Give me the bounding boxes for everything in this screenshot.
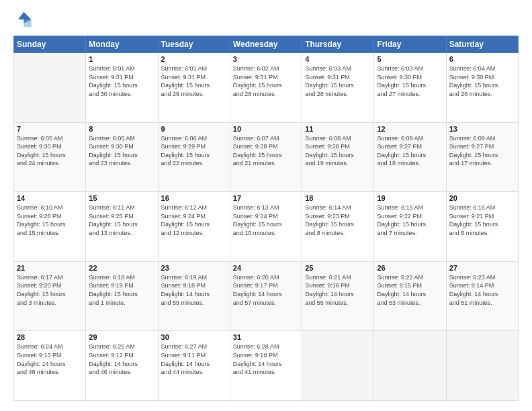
- calendar-cell: 6 Sunrise: 6:04 AMSunset: 9:30 PMDayligh…: [446, 53, 518, 123]
- calendar-cell: 1 Sunrise: 6:01 AMSunset: 9:31 PMDayligh…: [86, 53, 158, 123]
- cell-content: Sunrise: 6:22 AMSunset: 9:15 PMDaylight:…: [377, 273, 443, 307]
- cell-content: Sunrise: 6:01 AMSunset: 9:31 PMDaylight:…: [89, 64, 154, 98]
- day-number: 19: [377, 194, 443, 202]
- calendar-cell: [302, 331, 374, 401]
- calendar-cell: 17 Sunrise: 6:13 AMSunset: 9:24 PMDaylig…: [230, 192, 302, 262]
- day-number: 5: [377, 55, 443, 63]
- day-number: 28: [17, 333, 83, 341]
- day-number: 23: [161, 264, 227, 272]
- calendar-cell: 14 Sunrise: 6:10 AMSunset: 9:26 PMDaylig…: [14, 192, 86, 262]
- day-number: 10: [233, 125, 299, 133]
- weekday-header-friday: Friday: [374, 36, 446, 53]
- calendar-cell: [446, 331, 518, 401]
- calendar-cell: 30 Sunrise: 6:27 AMSunset: 9:11 PMDaylig…: [158, 331, 230, 401]
- day-number: 8: [89, 125, 154, 133]
- day-number: 7: [17, 125, 83, 133]
- day-number: 24: [233, 264, 299, 272]
- weekday-header-monday: Monday: [86, 36, 158, 53]
- cell-content: Sunrise: 6:05 AMSunset: 9:30 PMDaylight:…: [89, 134, 154, 168]
- cell-content: Sunrise: 6:20 AMSunset: 9:17 PMDaylight:…: [233, 273, 299, 307]
- day-number: 22: [89, 264, 154, 272]
- day-number: 6: [449, 55, 515, 63]
- weekday-header-sunday: Sunday: [14, 36, 86, 53]
- day-number: 26: [377, 264, 443, 272]
- calendar-body: 1 Sunrise: 6:01 AMSunset: 9:31 PMDayligh…: [14, 53, 519, 401]
- weekday-header-wednesday: Wednesday: [230, 36, 302, 53]
- day-number: 16: [161, 194, 227, 202]
- calendar-cell: 2 Sunrise: 6:01 AMSunset: 9:31 PMDayligh…: [158, 53, 230, 123]
- calendar-cell: 13 Sunrise: 6:09 AMSunset: 9:27 PMDaylig…: [446, 122, 518, 192]
- cell-content: Sunrise: 6:10 AMSunset: 9:26 PMDaylight:…: [17, 203, 83, 237]
- calendar-cell: 22 Sunrise: 6:18 AMSunset: 9:19 PMDaylig…: [86, 261, 158, 331]
- cell-content: Sunrise: 6:25 AMSunset: 9:12 PMDaylight:…: [89, 342, 154, 376]
- day-number: 4: [305, 55, 371, 63]
- weekday-header-row: SundayMondayTuesdayWednesdayThursdayFrid…: [14, 36, 519, 53]
- day-number: 14: [17, 194, 83, 202]
- cell-content: Sunrise: 6:04 AMSunset: 9:30 PMDaylight:…: [449, 64, 515, 98]
- cell-content: Sunrise: 6:15 AMSunset: 9:22 PMDaylight:…: [377, 203, 443, 237]
- day-number: 2: [161, 55, 227, 63]
- calendar-cell: [14, 53, 86, 123]
- cell-content: Sunrise: 6:19 AMSunset: 9:18 PMDaylight:…: [161, 273, 227, 307]
- week-row-0: 1 Sunrise: 6:01 AMSunset: 9:31 PMDayligh…: [14, 53, 519, 123]
- calendar-cell: 5 Sunrise: 6:03 AMSunset: 9:30 PMDayligh…: [374, 53, 446, 123]
- cell-content: Sunrise: 6:03 AMSunset: 9:31 PMDaylight:…: [305, 64, 371, 98]
- calendar-cell: 3 Sunrise: 6:02 AMSunset: 9:31 PMDayligh…: [230, 53, 302, 123]
- calendar-cell: 8 Sunrise: 6:05 AMSunset: 9:30 PMDayligh…: [86, 122, 158, 192]
- week-row-3: 21 Sunrise: 6:17 AMSunset: 9:20 PMDaylig…: [14, 261, 519, 331]
- calendar-cell: 25 Sunrise: 6:21 AMSunset: 9:16 PMDaylig…: [302, 261, 374, 331]
- svg-marker-1: [24, 19, 31, 27]
- calendar-cell: 28 Sunrise: 6:24 AMSunset: 9:13 PMDaylig…: [14, 331, 86, 401]
- cell-content: Sunrise: 6:01 AMSunset: 9:31 PMDaylight:…: [161, 64, 227, 98]
- weekday-header-saturday: Saturday: [446, 36, 518, 53]
- cell-content: Sunrise: 6:16 AMSunset: 9:21 PMDaylight:…: [449, 203, 515, 237]
- week-row-2: 14 Sunrise: 6:10 AMSunset: 9:26 PMDaylig…: [14, 192, 519, 262]
- cell-content: Sunrise: 6:13 AMSunset: 9:24 PMDaylight:…: [233, 203, 299, 237]
- cell-content: Sunrise: 6:06 AMSunset: 9:29 PMDaylight:…: [161, 134, 227, 168]
- calendar-cell: 7 Sunrise: 6:05 AMSunset: 9:30 PMDayligh…: [14, 122, 86, 192]
- cell-content: Sunrise: 6:18 AMSunset: 9:19 PMDaylight:…: [89, 273, 154, 307]
- weekday-header-tuesday: Tuesday: [158, 36, 230, 53]
- header: [13, 10, 519, 29]
- day-number: 29: [89, 333, 154, 341]
- day-number: 3: [233, 55, 299, 63]
- day-number: 13: [449, 125, 515, 133]
- day-number: 21: [17, 264, 83, 272]
- calendar-cell: 16 Sunrise: 6:12 AMSunset: 9:24 PMDaylig…: [158, 192, 230, 262]
- calendar-cell: 20 Sunrise: 6:16 AMSunset: 9:21 PMDaylig…: [446, 192, 518, 262]
- calendar-cell: 10 Sunrise: 6:07 AMSunset: 9:28 PMDaylig…: [230, 122, 302, 192]
- calendar-cell: 26 Sunrise: 6:22 AMSunset: 9:15 PMDaylig…: [374, 261, 446, 331]
- cell-content: Sunrise: 6:23 AMSunset: 9:14 PMDaylight:…: [449, 273, 515, 307]
- day-number: 20: [449, 194, 515, 202]
- week-row-1: 7 Sunrise: 6:05 AMSunset: 9:30 PMDayligh…: [14, 122, 519, 192]
- calendar-table: SundayMondayTuesdayWednesdayThursdayFrid…: [13, 36, 519, 401]
- cell-content: Sunrise: 6:07 AMSunset: 9:28 PMDaylight:…: [233, 134, 299, 168]
- calendar-cell: 29 Sunrise: 6:25 AMSunset: 9:12 PMDaylig…: [86, 331, 158, 401]
- day-number: 31: [233, 333, 299, 341]
- cell-content: Sunrise: 6:08 AMSunset: 9:28 PMDaylight:…: [305, 134, 371, 168]
- day-number: 25: [305, 264, 371, 272]
- calendar-cell: 18 Sunrise: 6:14 AMSunset: 9:23 PMDaylig…: [302, 192, 374, 262]
- week-row-4: 28 Sunrise: 6:24 AMSunset: 9:13 PMDaylig…: [14, 331, 519, 401]
- day-number: 9: [161, 125, 227, 133]
- cell-content: Sunrise: 6:03 AMSunset: 9:30 PMDaylight:…: [377, 64, 443, 98]
- day-number: 18: [305, 194, 371, 202]
- calendar-cell: 4 Sunrise: 6:03 AMSunset: 9:31 PMDayligh…: [302, 53, 374, 123]
- calendar-cell: 19 Sunrise: 6:15 AMSunset: 9:22 PMDaylig…: [374, 192, 446, 262]
- cell-content: Sunrise: 6:05 AMSunset: 9:30 PMDaylight:…: [17, 134, 83, 168]
- day-number: 12: [377, 125, 443, 133]
- cell-content: Sunrise: 6:09 AMSunset: 9:27 PMDaylight:…: [449, 134, 515, 168]
- cell-content: Sunrise: 6:02 AMSunset: 9:31 PMDaylight:…: [233, 64, 299, 98]
- calendar-cell: 9 Sunrise: 6:06 AMSunset: 9:29 PMDayligh…: [158, 122, 230, 192]
- calendar-cell: 12 Sunrise: 6:09 AMSunset: 9:27 PMDaylig…: [374, 122, 446, 192]
- calendar-cell: 21 Sunrise: 6:17 AMSunset: 9:20 PMDaylig…: [14, 261, 86, 331]
- cell-content: Sunrise: 6:11 AMSunset: 9:25 PMDaylight:…: [89, 203, 154, 237]
- day-number: 30: [161, 333, 227, 341]
- day-number: 11: [305, 125, 371, 133]
- cell-content: Sunrise: 6:09 AMSunset: 9:27 PMDaylight:…: [377, 134, 443, 168]
- calendar-cell: [374, 331, 446, 401]
- cell-content: Sunrise: 6:17 AMSunset: 9:20 PMDaylight:…: [17, 273, 83, 307]
- day-number: 1: [89, 55, 154, 63]
- cell-content: Sunrise: 6:14 AMSunset: 9:23 PMDaylight:…: [305, 203, 371, 237]
- day-number: 15: [89, 194, 154, 202]
